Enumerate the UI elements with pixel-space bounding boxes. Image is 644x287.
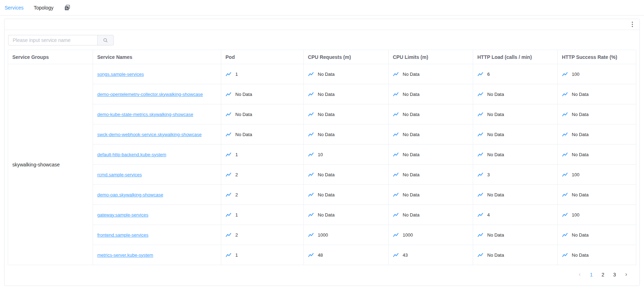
service-link[interactable]: rcmd.sample-services: [97, 172, 142, 177]
line-chart-icon[interactable]: [308, 132, 314, 137]
search-button[interactable]: [97, 35, 114, 45]
next-page-button[interactable]: ›: [620, 270, 632, 280]
service-link[interactable]: songs.sample-services: [97, 72, 144, 77]
line-chart-icon[interactable]: [562, 132, 568, 137]
table-row: metrics-server.kube-system 1 48 43 No Da…: [8, 245, 636, 265]
line-chart-icon[interactable]: [562, 172, 568, 177]
service-link[interactable]: demo-oap.skywalking-showcase: [97, 192, 163, 197]
line-chart-icon[interactable]: [393, 232, 399, 238]
table-row: default-http-backend.kube-system 1 10 No…: [8, 145, 636, 165]
tab-topology[interactable]: Topology: [34, 5, 54, 11]
line-chart-icon[interactable]: [308, 212, 314, 218]
prev-page-button: ‹: [574, 270, 586, 280]
page-button-3[interactable]: 3: [609, 270, 620, 280]
service-link[interactable]: metrics-server.kube-system: [97, 252, 153, 258]
line-chart-icon[interactable]: [225, 172, 231, 177]
service-link[interactable]: demo-kube-state-metrics.skywalking-showc…: [97, 112, 193, 117]
line-chart-icon[interactable]: [562, 192, 568, 197]
line-chart-icon[interactable]: [393, 192, 399, 197]
line-chart-icon[interactable]: [308, 232, 314, 238]
http-load-value: No Data: [487, 112, 504, 117]
service-link[interactable]: swck-demo-webhook-service.skywalking-sho…: [97, 132, 202, 137]
page-button-1[interactable]: 1: [586, 270, 597, 280]
cpu-limits-value: No Data: [403, 152, 420, 157]
table-row: gateway.sample-services 1 No Data No Dat…: [8, 205, 636, 225]
col-header-cpu-limits: CPU Limits (m): [389, 50, 473, 64]
line-chart-icon[interactable]: [308, 252, 314, 258]
line-chart-icon[interactable]: [308, 112, 314, 117]
tab-services[interactable]: Services: [5, 5, 24, 11]
line-chart-icon[interactable]: [225, 252, 231, 258]
service-link[interactable]: gateway.sample-services: [97, 212, 148, 218]
line-chart-icon[interactable]: [562, 92, 568, 97]
service-group-cell: skywalking-showcase: [8, 64, 93, 265]
service-link[interactable]: demo-opentelemetry-collector.skywalking-…: [97, 92, 203, 97]
line-chart-icon[interactable]: [308, 92, 314, 97]
line-chart-icon[interactable]: [225, 92, 231, 97]
search-icon: [103, 38, 108, 43]
line-chart-icon[interactable]: [477, 232, 483, 238]
line-chart-icon[interactable]: [393, 152, 399, 157]
line-chart-icon[interactable]: [225, 132, 231, 137]
pod-value: 2: [235, 232, 238, 238]
line-chart-icon[interactable]: [308, 192, 314, 197]
line-chart-icon[interactable]: [393, 172, 399, 177]
line-chart-icon[interactable]: [225, 212, 231, 218]
pod-value: 2: [235, 172, 238, 177]
table-row: swck-demo-webhook-service.skywalking-sho…: [8, 124, 636, 145]
cpu-requests-value: 10: [318, 152, 323, 157]
line-chart-icon[interactable]: [562, 252, 568, 258]
line-chart-icon[interactable]: [477, 72, 483, 77]
cpu-requests-value: 1000: [318, 232, 328, 238]
line-chart-icon[interactable]: [308, 72, 314, 77]
line-chart-icon[interactable]: [562, 72, 568, 77]
line-chart-icon[interactable]: [477, 172, 483, 177]
line-chart-icon[interactable]: [562, 212, 568, 218]
http-success-value: No Data: [572, 192, 589, 197]
line-chart-icon[interactable]: [225, 72, 231, 77]
pod-value: 1: [235, 72, 238, 77]
line-chart-icon[interactable]: [393, 72, 399, 77]
table-row: skywalking-showcase songs.sample-service…: [8, 64, 636, 84]
cpu-limits-value: No Data: [403, 172, 420, 177]
cpu-limits-value: No Data: [403, 72, 420, 77]
table-row: rcmd.sample-services 2 No Data No Data 3…: [8, 165, 636, 185]
line-chart-icon[interactable]: [393, 212, 399, 218]
line-chart-icon[interactable]: [477, 152, 483, 157]
table-row: demo-oap.skywalking-showcase 2 No Data N…: [8, 185, 636, 205]
line-chart-icon[interactable]: [308, 152, 314, 157]
line-chart-icon[interactable]: [393, 132, 399, 137]
line-chart-icon[interactable]: [477, 192, 483, 197]
line-chart-icon[interactable]: [393, 252, 399, 258]
service-link[interactable]: default-http-backend.kube-system: [97, 152, 166, 157]
line-chart-icon[interactable]: [393, 112, 399, 117]
line-chart-icon[interactable]: [562, 152, 568, 157]
line-chart-icon[interactable]: [225, 232, 231, 238]
dashboard-list-button[interactable]: [64, 4, 71, 11]
http-load-value: No Data: [487, 252, 504, 258]
cpu-limits-value: No Data: [403, 112, 420, 117]
line-chart-icon[interactable]: [477, 132, 483, 137]
line-chart-icon[interactable]: [225, 192, 231, 197]
line-chart-icon[interactable]: [477, 252, 483, 258]
page-button-2[interactable]: 2: [597, 270, 609, 280]
line-chart-icon[interactable]: [308, 172, 314, 177]
line-chart-icon[interactable]: [225, 112, 231, 117]
pod-value: No Data: [235, 112, 252, 117]
col-header-service-groups: Service Groups: [8, 50, 93, 64]
service-link[interactable]: frontend.sample-services: [97, 232, 148, 238]
line-chart-icon[interactable]: [225, 152, 231, 157]
line-chart-icon[interactable]: [477, 212, 483, 218]
pod-value: 1: [235, 212, 238, 218]
line-chart-icon[interactable]: [562, 112, 568, 117]
line-chart-icon[interactable]: [562, 232, 568, 238]
line-chart-icon[interactable]: [477, 92, 483, 97]
search-input[interactable]: [8, 35, 97, 45]
more-menu-button[interactable]: [632, 21, 633, 28]
top-tab-bar: Services Topology: [0, 0, 644, 16]
line-chart-icon[interactable]: [477, 112, 483, 117]
cpu-requests-value: No Data: [318, 172, 335, 177]
table-row: frontend.sample-services 2 1000 1000 No …: [8, 225, 636, 245]
services-panel: Service Groups Service Names Pod CPU Req…: [4, 19, 640, 286]
line-chart-icon[interactable]: [393, 92, 399, 97]
